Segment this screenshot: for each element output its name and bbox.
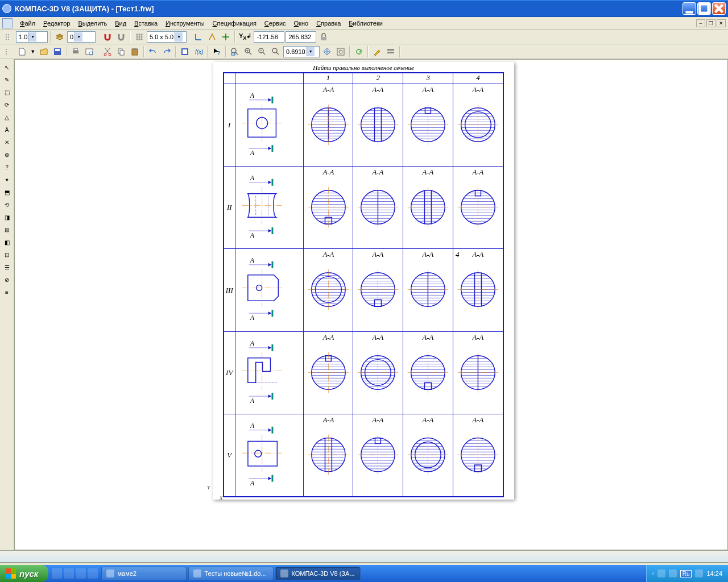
- magnet-grey-icon[interactable]: [115, 31, 127, 43]
- side-tool-5[interactable]: A: [1, 124, 13, 135]
- svg-rect-195: [271, 227, 273, 234]
- coord-x-field[interactable]: -121.58: [254, 31, 284, 43]
- menu-файл[interactable]: Файл: [16, 19, 39, 28]
- side-tool-7[interactable]: ⊕: [1, 149, 13, 160]
- preview-icon[interactable]: [83, 45, 96, 58]
- coord-lock-icon[interactable]: [317, 31, 330, 43]
- layer-combo[interactable]: 0▼: [67, 31, 96, 43]
- side-tool-4[interactable]: △: [1, 111, 13, 123]
- pan-icon[interactable]: [321, 45, 333, 58]
- property-bar[interactable]: [0, 550, 728, 563]
- edit-style-icon[interactable]: [371, 45, 383, 58]
- redo-icon[interactable]: [160, 45, 173, 58]
- properties-icon[interactable]: [179, 45, 191, 58]
- svg-rect-591: [271, 475, 273, 482]
- dropdown-arrow-icon[interactable]: ▾: [30, 45, 36, 58]
- copy-icon[interactable]: [115, 45, 127, 58]
- zoom-out-icon[interactable]: [256, 45, 268, 58]
- ql-icon[interactable]: [52, 568, 62, 579]
- side-tool-16[interactable]: ☰: [1, 261, 13, 273]
- grid-step-combo[interactable]: 5.0 x 5.0▼: [147, 31, 187, 43]
- zoom-in-icon[interactable]: [242, 45, 255, 58]
- ql-icon[interactable]: [76, 568, 86, 579]
- help-pointer-icon[interactable]: ?: [210, 45, 223, 58]
- side-tool-0[interactable]: ↖: [1, 61, 13, 73]
- side-tool-8[interactable]: ?: [1, 161, 13, 173]
- menu-окно[interactable]: Окно: [290, 19, 313, 28]
- tray-chevron-icon[interactable]: ‹: [652, 571, 654, 576]
- toolbar-settings-icon[interactable]: [384, 45, 397, 58]
- menu-справка[interactable]: Справка: [312, 19, 345, 28]
- taskbar-item[interactable]: маме2: [101, 567, 187, 580]
- side-tool-13[interactable]: ⊞: [1, 224, 13, 235]
- menu-редактор[interactable]: Редактор: [39, 19, 74, 28]
- grip-icon[interactable]: [2, 45, 15, 58]
- svg-marker-186: [268, 181, 271, 184]
- side-tool-3[interactable]: ⟳: [1, 99, 13, 110]
- magnet-red-icon[interactable]: [101, 31, 114, 43]
- menu-выделить[interactable]: Выделить: [74, 19, 111, 28]
- zoom-window-icon[interactable]: [229, 45, 241, 58]
- zoom-fit-icon[interactable]: [334, 45, 347, 58]
- menu-bar: ФайлРедакторВыделитьВидВставкаИнструмент…: [0, 17, 728, 30]
- ql-icon[interactable]: [88, 568, 98, 579]
- menu-спецификация[interactable]: Спецификация: [209, 19, 260, 28]
- menu-вид[interactable]: Вид: [111, 19, 130, 28]
- side-tool-11[interactable]: ⟲: [1, 199, 13, 210]
- maximize-button[interactable]: [697, 2, 711, 15]
- menu-сервис[interactable]: Сервис: [260, 19, 290, 28]
- paste-icon[interactable]: [129, 45, 141, 58]
- open-icon[interactable]: [38, 45, 50, 58]
- print-icon[interactable]: [69, 45, 82, 58]
- side-tool-9[interactable]: ✦: [1, 174, 13, 185]
- mdi-minimize[interactable]: –: [696, 19, 705, 27]
- mdi-restore[interactable]: ❐: [706, 19, 715, 27]
- cut-icon[interactable]: [101, 45, 114, 58]
- title-bar: КОМПАС-3D V8 (ЗАЩИТА) - [Тест1.frw]: [0, 0, 728, 17]
- layers-icon[interactable]: [53, 31, 66, 43]
- close-button[interactable]: [712, 2, 726, 15]
- tray-icon[interactable]: [669, 569, 677, 577]
- scale-combo[interactable]: 1.0▼: [16, 31, 48, 43]
- save-icon[interactable]: [51, 45, 64, 58]
- side-tool-18[interactable]: ≡: [1, 286, 13, 298]
- side-tool-10[interactable]: ⬒: [1, 186, 13, 198]
- ortho-icon[interactable]: [192, 31, 205, 43]
- ql-icon[interactable]: [64, 568, 74, 579]
- menu-библиотеки[interactable]: Библиотеки: [345, 19, 387, 28]
- side-tool-14[interactable]: ◧: [1, 236, 13, 248]
- side-tool-15[interactable]: ⊡: [1, 249, 13, 260]
- start-button[interactable]: пуск: [0, 565, 48, 582]
- refresh-icon[interactable]: [353, 45, 365, 58]
- new-doc-icon[interactable]: [16, 45, 28, 58]
- mdi-close[interactable]: ✕: [717, 19, 726, 27]
- tray-icon[interactable]: [695, 569, 703, 577]
- section-cell: А-А: [303, 167, 353, 249]
- language-indicator[interactable]: Ru: [680, 570, 692, 577]
- side-tool-6[interactable]: ✕: [1, 136, 13, 148]
- side-tool-1[interactable]: ✎: [1, 74, 13, 85]
- section-cell: А-А: [353, 167, 403, 249]
- taskbar-item[interactable]: КОМПАС-3D V8 (ЗА...: [275, 567, 361, 580]
- clock[interactable]: 14:24: [706, 570, 722, 577]
- grid-icon[interactable]: [133, 31, 146, 43]
- zoom-combo[interactable]: 0.6910▼: [283, 46, 320, 57]
- side-tool-12[interactable]: ◨: [1, 211, 13, 223]
- grip-icon[interactable]: [2, 31, 15, 43]
- grid-step-value: 5.0 x 5.0: [150, 34, 173, 40]
- side-tool-2[interactable]: ⬚: [1, 86, 13, 98]
- coord-y-field[interactable]: 265.832: [286, 31, 316, 43]
- col-header: 4: [453, 73, 503, 84]
- local-cs-icon[interactable]: [206, 31, 218, 43]
- taskbar-item[interactable]: Тесты новые№1.do...: [188, 567, 274, 580]
- canvas[interactable]: Найти правильно выполненое сечение 1234 …: [14, 59, 728, 550]
- minimize-button[interactable]: [682, 2, 696, 15]
- menu-вставка[interactable]: Вставка: [130, 19, 162, 28]
- variables-icon[interactable]: f(x): [192, 45, 205, 58]
- tray-icon[interactable]: [657, 569, 665, 577]
- zoom-scale-icon[interactable]: [270, 45, 282, 58]
- menu-инструменты[interactable]: Инструменты: [162, 19, 209, 28]
- undo-icon[interactable]: [147, 45, 159, 58]
- side-tool-17[interactable]: ⊘: [1, 274, 13, 285]
- snap-icon[interactable]: [220, 31, 232, 43]
